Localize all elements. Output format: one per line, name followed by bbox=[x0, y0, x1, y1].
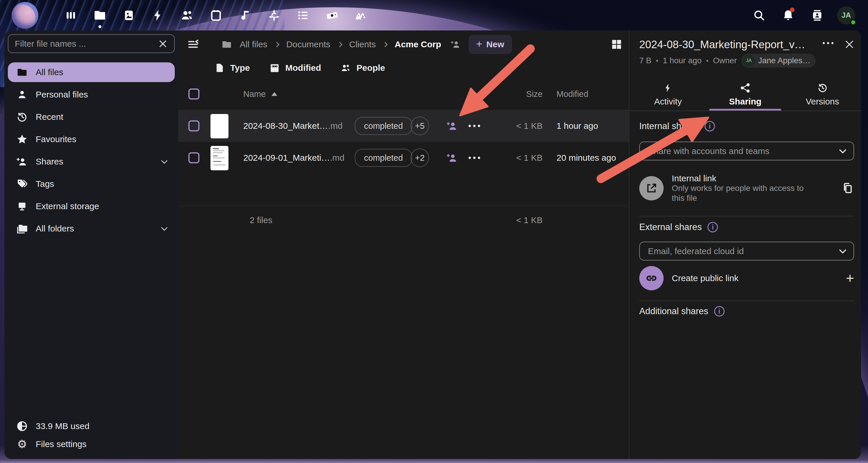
sidebar-footer: 33.9 MB used ⚙ Files settings bbox=[8, 417, 175, 453]
sidebar-item-tags[interactable]: Tags bbox=[8, 174, 175, 194]
file-name[interactable]: 2024-08-30_Market….md bbox=[243, 121, 355, 131]
signature-icon[interactable] bbox=[347, 0, 376, 30]
user-avatar[interactable]: JA bbox=[832, 0, 861, 30]
internal-link-row[interactable]: Internal link Only works for people with… bbox=[639, 173, 854, 203]
versions-history-icon bbox=[817, 81, 828, 94]
contacts-icon[interactable] bbox=[173, 0, 202, 30]
notifications-bell-icon[interactable] bbox=[774, 0, 803, 30]
tag-chip[interactable]: completed bbox=[355, 117, 412, 135]
filter-input[interactable] bbox=[15, 39, 158, 49]
info-icon[interactable]: i bbox=[705, 121, 715, 131]
files-settings[interactable]: ⚙ Files settings bbox=[8, 435, 175, 453]
info-icon[interactable]: i bbox=[714, 306, 724, 317]
collapse-sidebar-icon[interactable] bbox=[186, 38, 200, 51]
extra-tags-chip[interactable]: +2 bbox=[410, 148, 429, 167]
file-size: < 1 KB bbox=[495, 153, 542, 163]
sidebar-item-all-files[interactable]: All files bbox=[8, 62, 175, 82]
details-modified: 1 hour ago bbox=[663, 56, 702, 65]
activity-icon[interactable] bbox=[144, 0, 173, 30]
folder-shared-icon[interactable] bbox=[450, 39, 462, 50]
details-more-icon[interactable] bbox=[823, 42, 833, 44]
internal-share-input[interactable]: Share with accounts and teams bbox=[639, 141, 854, 160]
internal-link-description: Only works for people with access to thi… bbox=[672, 183, 814, 203]
file-count: 2 files bbox=[250, 215, 272, 225]
chevron-down-icon[interactable] bbox=[161, 224, 168, 231]
sidebar-item-personal-files[interactable]: Personal files bbox=[8, 85, 175, 104]
file-row[interactable]: 2024-09-01_Marketi….md completed +2 < 1 … bbox=[178, 141, 629, 173]
sort-ascending-icon bbox=[272, 92, 277, 96]
external-share-placeholder: Email, federated cloud id bbox=[648, 246, 840, 256]
files-icon[interactable] bbox=[85, 0, 114, 30]
breadcrumb-documents[interactable]: Documents bbox=[286, 39, 330, 49]
row-checkbox[interactable] bbox=[188, 152, 199, 163]
sidebar-item-favourites[interactable]: Favourites bbox=[8, 129, 175, 149]
music-icon[interactable] bbox=[230, 0, 259, 30]
storage-usage-label: 33.9 MB used bbox=[36, 421, 89, 431]
details-tabs: Activity Sharing Versions bbox=[629, 77, 861, 111]
column-modified[interactable]: Modified bbox=[557, 89, 629, 99]
sidebar-item-recent[interactable]: Recent bbox=[8, 107, 175, 127]
extra-tags-chip[interactable]: +5 bbox=[410, 117, 429, 135]
column-name[interactable]: Name bbox=[243, 89, 277, 99]
row-checkbox[interactable] bbox=[188, 121, 199, 131]
shared-person-plus-icon[interactable] bbox=[446, 120, 459, 132]
search-icon[interactable] bbox=[745, 0, 774, 30]
calendar-icon bbox=[269, 62, 280, 73]
copy-link-icon[interactable] bbox=[841, 182, 854, 195]
info-icon[interactable]: i bbox=[708, 222, 718, 232]
filter-chip-type[interactable]: Type bbox=[215, 63, 250, 73]
sidebar-item-shares[interactable]: Shares bbox=[8, 152, 175, 171]
chevron-right-icon bbox=[383, 42, 388, 47]
filter-chip-label: Type bbox=[230, 63, 250, 73]
filter-chip-modified[interactable]: Modified bbox=[269, 62, 321, 73]
tab-label: Sharing bbox=[729, 97, 762, 106]
column-size[interactable]: Size bbox=[495, 89, 542, 99]
history-clock-icon bbox=[16, 111, 28, 123]
details-file-title: 2024-08-30_Marketing-Report_v… bbox=[639, 39, 813, 51]
filter-chip-people[interactable]: People bbox=[340, 62, 385, 73]
calendar-icon[interactable] bbox=[202, 0, 230, 30]
tag-chip[interactable]: completed bbox=[355, 149, 412, 167]
person-icon bbox=[16, 89, 28, 100]
more-actions-icon[interactable] bbox=[469, 125, 480, 127]
tab-activity[interactable]: Activity bbox=[629, 77, 707, 111]
tasks-icon[interactable] bbox=[288, 0, 318, 30]
breadcrumb-clients[interactable]: Clients bbox=[349, 39, 376, 49]
clear-filter-icon[interactable] bbox=[158, 39, 168, 49]
owner-avatar: JA bbox=[743, 55, 754, 66]
external-share-input[interactable]: Email, federated cloud id bbox=[639, 242, 854, 261]
money-icon[interactable] bbox=[318, 0, 347, 30]
create-public-link-row[interactable]: Create public link + bbox=[639, 266, 854, 290]
breadcrumb-all-files[interactable]: All files bbox=[240, 39, 267, 49]
filter-chip-label: People bbox=[356, 63, 385, 73]
contacts-menu-icon[interactable] bbox=[803, 0, 832, 30]
add-public-link-icon[interactable]: + bbox=[846, 271, 854, 285]
file-row[interactable]: 2024-08-30_Market….md completed +5 < 1 K… bbox=[178, 110, 629, 141]
section-divider bbox=[639, 216, 854, 217]
folder-icon bbox=[16, 66, 28, 78]
new-button[interactable]: + New bbox=[469, 35, 512, 54]
nextcloud-logo[interactable] bbox=[11, 2, 38, 29]
filter-files-field[interactable] bbox=[8, 34, 175, 53]
sidebar-item-label: Tags bbox=[36, 179, 54, 189]
sidebar-item-all-folders[interactable]: All folders bbox=[8, 219, 175, 238]
recognize-icon[interactable] bbox=[259, 0, 288, 30]
chevron-down-icon[interactable] bbox=[161, 157, 168, 164]
share-icon bbox=[739, 81, 751, 94]
file-name[interactable]: 2024-09-01_Marketi….md bbox=[243, 153, 355, 163]
breadcrumb-current-folder[interactable]: Acme Corp bbox=[395, 39, 441, 49]
owner-pill[interactable]: JA Jane Apples… bbox=[741, 54, 816, 68]
storage-usage[interactable]: 33.9 MB used bbox=[8, 417, 175, 435]
select-all-checkbox[interactable] bbox=[188, 89, 199, 100]
dashboard-icon[interactable] bbox=[56, 0, 85, 30]
grid-view-toggle-icon[interactable] bbox=[608, 35, 626, 54]
tab-versions[interactable]: Versions bbox=[784, 77, 861, 111]
close-icon[interactable] bbox=[843, 38, 856, 51]
shared-person-plus-icon[interactable] bbox=[446, 152, 459, 164]
network-storage-icon bbox=[16, 200, 28, 212]
more-actions-icon[interactable] bbox=[469, 157, 480, 159]
sidebar-item-external-storage[interactable]: External storage bbox=[8, 196, 175, 216]
files-sidebar: All files Personal files Recent Favourit… bbox=[4, 30, 178, 459]
photos-icon[interactable] bbox=[114, 0, 144, 30]
tab-sharing[interactable]: Sharing bbox=[707, 77, 784, 111]
